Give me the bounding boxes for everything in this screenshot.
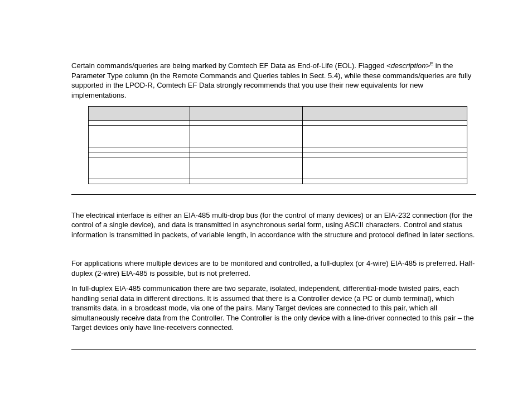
cell [302,157,467,179]
cell [89,125,190,147]
cell [89,147,190,152]
table-row [89,120,467,125]
table-row [89,125,467,147]
intro-text-a: Certain commands/queries are being marke… [71,61,386,70]
table-header-row [89,106,467,120]
cell [190,157,302,179]
cell [89,179,190,184]
eia485-p1: For applications where multiple devices … [71,258,476,278]
section-divider [71,194,476,195]
cell [190,120,302,125]
cell [302,152,467,157]
cell [89,152,190,157]
th-2 [190,106,302,120]
table-row [89,147,467,152]
eia485-p2: In full-duplex EIA-485 communication the… [71,284,476,333]
cell [89,157,190,179]
table-row [89,179,467,184]
document-page: Certain commands/queries are being marke… [0,0,532,412]
cell [190,125,302,147]
cell [302,147,467,152]
cell [302,179,467,184]
th-1 [89,106,190,120]
cell [190,152,302,157]
eol-table [88,106,467,184]
intro-text-b: <description> [386,61,430,70]
electrical-intro: The electrical interface is either an EI… [71,210,476,240]
cell [302,120,467,125]
cell [89,120,190,125]
table-row [89,157,467,179]
cell [302,125,467,147]
th-3 [302,106,467,120]
cell [190,147,302,152]
cell [190,179,302,184]
content-area: Certain commands/queries are being marke… [71,60,476,360]
intro-paragraph: Certain commands/queries are being marke… [71,60,476,100]
section-divider [71,349,476,350]
table-row [89,152,467,157]
